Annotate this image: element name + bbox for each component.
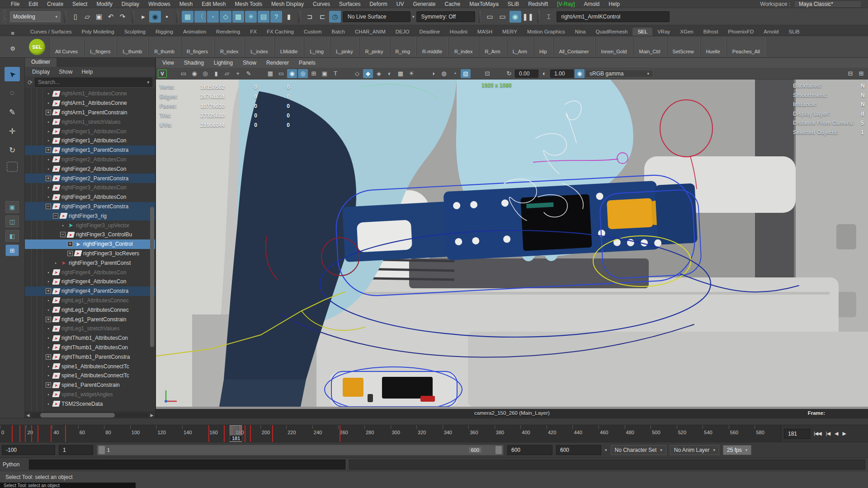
shelf-button[interactable]: L_index bbox=[245, 37, 274, 57]
expand-toggle-icon[interactable]: ● bbox=[46, 91, 51, 96]
menu-item[interactable]: Windows bbox=[144, 1, 175, 7]
expand-toggle-icon[interactable]: ● bbox=[46, 100, 51, 106]
expand-toggle-icon[interactable]: ● bbox=[46, 373, 51, 378]
expand-toggle-icon[interactable]: ● bbox=[46, 119, 51, 125]
shelf-tab[interactable]: Arnold bbox=[759, 28, 783, 36]
menu-set-dropdown[interactable]: Modeling▾ bbox=[10, 11, 61, 22]
chevron-down-icon[interactable]: ▾ bbox=[605, 448, 607, 452]
outliner-menu-item[interactable]: Help bbox=[78, 69, 96, 75]
current-time-field[interactable]: 181 bbox=[784, 429, 810, 439]
playback-button[interactable]: |◀ bbox=[825, 430, 831, 437]
filter-icon[interactable]: ⟳ bbox=[28, 79, 33, 86]
outliner-row[interactable]: + ➤ rightArm1_ParentConstrain bbox=[25, 108, 155, 117]
shelf-button[interactable]: All_Container bbox=[553, 37, 595, 57]
expand-toggle-icon[interactable]: ● bbox=[46, 166, 51, 172]
selection-mode-icon[interactable]: ◉ bbox=[149, 11, 161, 23]
menu-item[interactable]: [V-Ray] bbox=[552, 1, 579, 7]
outliner-row[interactable]: ● ➤ rightFinger3_ParentConst bbox=[25, 258, 155, 267]
viewport-icon[interactable]: T bbox=[330, 69, 340, 78]
outliner-row[interactable]: ● ➤ rightFinger2_AttributesCon bbox=[25, 164, 155, 174]
menu-item[interactable]: UV bbox=[392, 1, 409, 7]
outliner-row[interactable]: ● ➤ rightArm1_stretchValues bbox=[25, 117, 155, 127]
menu-item[interactable]: Edit bbox=[24, 1, 42, 7]
viewport-icon[interactable]: V bbox=[158, 70, 167, 78]
expand-toggle-icon[interactable]: − bbox=[60, 232, 66, 237]
viewport-icon[interactable]: ◉ bbox=[287, 69, 297, 78]
shelf-tab[interactable]: Custom bbox=[299, 28, 327, 36]
outliner-row[interactable]: ● ➤ spine1_widgetAngles bbox=[25, 390, 155, 399]
viewport-menu-item[interactable]: Panels bbox=[294, 60, 320, 66]
outliner-row[interactable]: ● ➤ rightThumb1_AttributesCon bbox=[25, 343, 155, 352]
scale-tool[interactable] bbox=[7, 162, 18, 172]
range-slider-track[interactable]: 1 600 bbox=[97, 445, 504, 455]
shelf-button[interactable]: R_Arm bbox=[479, 37, 506, 57]
outliner-row[interactable]: ● ➤ rightFinger1_AttributesCon bbox=[25, 127, 155, 136]
rotate-tool[interactable]: ↻ bbox=[5, 143, 20, 157]
viewport-icon[interactable]: ◍ bbox=[439, 69, 449, 78]
outliner-row[interactable]: − ➤ rightFinger3_rig bbox=[25, 211, 155, 221]
shelf-tab[interactable]: Nina bbox=[570, 28, 591, 36]
viewport-icon[interactable]: ◑ bbox=[428, 69, 438, 78]
expand-toggle-icon[interactable]: ● bbox=[46, 194, 51, 200]
menu-item[interactable]: Deform bbox=[365, 1, 392, 7]
shelf-tab[interactable]: Motion Graphics bbox=[522, 28, 570, 36]
chevron-down-icon[interactable]: ▾ bbox=[412, 14, 415, 19]
shelf-tab[interactable]: PhoenixFD bbox=[723, 28, 759, 36]
menu-item[interactable]: File bbox=[6, 1, 24, 7]
viewport-icon[interactable]: ◉ bbox=[189, 69, 199, 78]
shelf-tab[interactable]: SLiB bbox=[783, 28, 804, 36]
viewport-icon[interactable] bbox=[472, 69, 481, 78]
viewport-icon[interactable]: ◎ bbox=[200, 69, 210, 78]
playback-start-field[interactable]: 1 bbox=[59, 445, 93, 455]
viewport-scene[interactable]: Verts: 16150502 0 0 Edges: 26764834 0 0 bbox=[156, 80, 868, 409]
menu-item[interactable]: Generate bbox=[408, 1, 440, 7]
snap-icon[interactable]: ▤ bbox=[258, 11, 269, 23]
shelf-button[interactable]: L_fingers bbox=[84, 37, 116, 57]
viewport-icon[interactable]: ▦ bbox=[265, 69, 275, 78]
outliner-row[interactable]: ● ➤ spine1_AttributesConnectTc bbox=[25, 371, 155, 380]
expand-toggle-icon[interactable]: ● bbox=[53, 260, 58, 266]
viewport-icon[interactable]: ◔ bbox=[450, 69, 460, 78]
contrast-icon[interactable]: ◐ bbox=[539, 69, 549, 78]
shelf-tab[interactable]: Rigging bbox=[151, 28, 178, 36]
expand-toggle-icon[interactable]: + bbox=[46, 288, 51, 294]
menu-item[interactable]: Create bbox=[42, 1, 68, 7]
outliner-row[interactable]: + ➤ rightFinger3_Control bbox=[25, 239, 155, 249]
search-input[interactable]: Search... ▾ bbox=[35, 78, 152, 87]
viewport-icon[interactable]: ◈ bbox=[374, 69, 384, 78]
viewport-menu-item[interactable]: Shading bbox=[179, 60, 208, 66]
shelf-tab[interactable]: DEJO bbox=[391, 28, 415, 36]
viewport-icon[interactable]: ⊞ bbox=[309, 69, 319, 78]
shelf-tab[interactable]: Bifrost bbox=[698, 28, 723, 36]
outliner-row[interactable]: + ➤ rightFinger4_ParentConstra bbox=[25, 286, 155, 296]
shelf-tab[interactable]: Deadline bbox=[414, 28, 444, 36]
expand-toggle-icon[interactable]: ● bbox=[46, 157, 51, 162]
toolbar-grip[interactable] bbox=[3, 10, 6, 23]
outliner-row[interactable]: + ➤ spine1_ParentConstrain bbox=[25, 380, 155, 390]
menu-item[interactable]: Arnold bbox=[580, 1, 604, 7]
shelf-button[interactable]: Main_Ctrl bbox=[633, 37, 666, 57]
shelf-tab[interactable]: Batch bbox=[327, 28, 350, 36]
panel-icon[interactable]: ⊞ bbox=[856, 69, 866, 78]
viewport-icon[interactable]: ▣ bbox=[320, 69, 330, 78]
keyframe-tick[interactable] bbox=[25, 425, 26, 442]
command-input[interactable] bbox=[29, 460, 345, 469]
shelf-button[interactable]: R_ring bbox=[390, 37, 416, 57]
shelf-button[interactable]: Peaches_All bbox=[726, 37, 766, 57]
move-tool[interactable]: ✛ bbox=[5, 124, 20, 138]
menu-item[interactable]: Mesh Display bbox=[267, 1, 308, 7]
pane-outliner-layout-button[interactable]: ◧ bbox=[5, 230, 19, 242]
outliner-row[interactable]: ● ➤ rightFinger1_AttributesCon bbox=[25, 136, 155, 145]
shelf-button[interactable]: Hip bbox=[533, 37, 553, 57]
expand-toggle-icon[interactable]: + bbox=[46, 110, 51, 115]
outliner-row[interactable]: − ➤ rightFinger3_ControlBu bbox=[25, 230, 155, 239]
keyframe-tick[interactable] bbox=[224, 425, 225, 442]
scroll-right-icon[interactable]: ▶ bbox=[149, 413, 155, 418]
expand-toggle-icon[interactable]: ● bbox=[46, 326, 51, 331]
field-entry-icon[interactable]: ⌶ bbox=[543, 11, 555, 23]
outliner-row[interactable]: ● ➤ spine1_AttributesConnectTc bbox=[25, 361, 155, 371]
outliner-row[interactable]: ● ➤ rightFinger3_AttributesCon bbox=[25, 183, 155, 192]
keyframe-tick[interactable] bbox=[340, 425, 340, 442]
expand-toggle-icon[interactable]: ● bbox=[46, 270, 51, 275]
menu-item[interactable]: Edit Mesh bbox=[197, 1, 230, 7]
